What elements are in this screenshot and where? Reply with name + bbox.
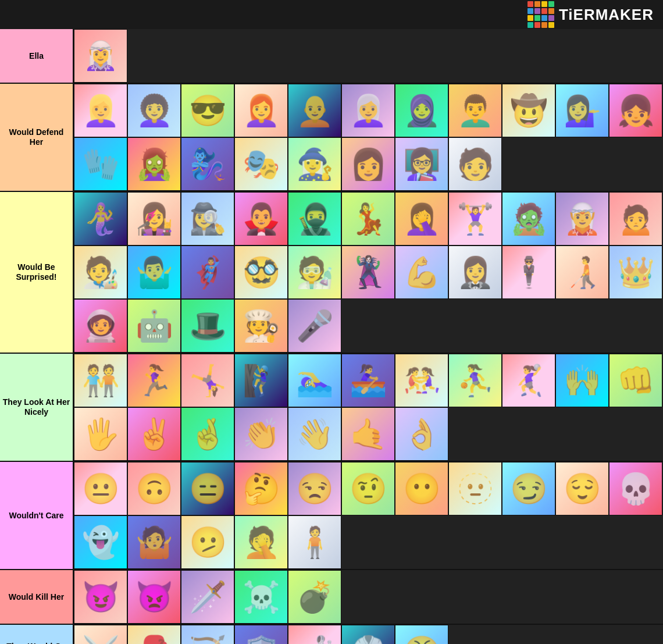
char-cell[interactable]: 👋: [288, 407, 341, 461]
char-cell[interactable]: 🕴️: [502, 245, 555, 299]
char-cell[interactable]: 🤨: [341, 462, 395, 515]
char-cell[interactable]: 😶: [395, 462, 448, 515]
char-cell[interactable]: 🥷: [288, 192, 341, 245]
char-cell[interactable]: ⛹️‍♀️: [448, 354, 502, 407]
char-cell[interactable]: 🤺: [288, 625, 341, 644]
char-cell[interactable]: 👩‍🏫: [395, 137, 448, 191]
logo-cell: [541, 22, 547, 28]
char-image: 🕴️: [502, 246, 555, 298]
char-cell[interactable]: 🫥: [448, 462, 502, 515]
char-cell[interactable]: 🏊‍♀️: [288, 354, 341, 407]
char-cell[interactable]: 👩: [341, 137, 395, 191]
char-cell[interactable]: 🥊: [127, 625, 181, 644]
char-cell[interactable]: 🧕: [395, 84, 448, 137]
char-cell[interactable]: 🏃‍♀️: [127, 354, 181, 407]
char-cell[interactable]: 🖐️: [74, 407, 127, 461]
char-cell[interactable]: 🧑‍🤝‍🧑: [74, 354, 127, 407]
char-cell[interactable]: 😑: [181, 462, 234, 515]
char-cell[interactable]: 🎭: [234, 137, 288, 191]
char-cell[interactable]: 🤷: [127, 515, 181, 569]
char-cell[interactable]: 🧍: [288, 515, 341, 569]
char-cell[interactable]: 🫤: [181, 515, 234, 569]
char-cell[interactable]: 🛡️: [234, 625, 288, 644]
char-cell[interactable]: 🦸‍♂️: [181, 245, 234, 299]
char-cell[interactable]: 👩‍🦰: [234, 84, 288, 137]
char-cell[interactable]: 🧤: [74, 137, 127, 191]
char-cell[interactable]: 🧛‍♂️: [234, 192, 288, 245]
char-cell[interactable]: 🤦‍♀️: [395, 192, 448, 245]
char-cell[interactable]: 🤵‍♀️: [448, 245, 502, 299]
char-cell[interactable]: 👩‍🦱: [127, 84, 181, 137]
char-cell[interactable]: 🏹: [181, 625, 234, 644]
char-cell[interactable]: 💀: [609, 462, 662, 515]
char-cell[interactable]: 🧑‍🔬: [288, 245, 341, 299]
char-cell[interactable]: 🧑‍🚀: [74, 299, 127, 353]
char-cell[interactable]: 💪: [395, 245, 448, 299]
char-cell[interactable]: 🧞‍♀️: [181, 137, 234, 191]
char-cell[interactable]: 👻: [74, 515, 127, 569]
logo-cell: [534, 15, 540, 21]
char-cell[interactable]: 👌: [395, 407, 448, 461]
char-cell[interactable]: 🧑‍🎨: [74, 245, 127, 299]
char-cell[interactable]: 👑: [609, 245, 662, 299]
char-cell[interactable]: 🤾‍♀️: [502, 354, 555, 407]
char-cell[interactable]: 🧟: [502, 192, 555, 245]
char-cell[interactable]: 👿: [127, 570, 181, 624]
char-cell[interactable]: 🤖: [127, 299, 181, 353]
char-cell[interactable]: 🧑‍🦲: [288, 84, 341, 137]
char-cell[interactable]: 👊: [609, 354, 662, 407]
char-cell[interactable]: 🤦: [234, 515, 288, 569]
char-cell[interactable]: 🧗‍♀️: [234, 354, 288, 407]
char-cell[interactable]: 🙃: [127, 462, 181, 515]
char-cell[interactable]: ⚔️: [74, 625, 127, 644]
char-cell[interactable]: 🥋: [341, 625, 395, 644]
char-cell[interactable]: 🤸‍♀️: [181, 354, 234, 407]
char-image: 🫥: [449, 462, 501, 515]
char-cell[interactable]: 👧: [609, 84, 662, 137]
char-cell[interactable]: 💁‍♀️: [555, 84, 609, 137]
char-cell[interactable]: 👩‍🦳: [341, 84, 395, 137]
char-cell[interactable]: 🎩: [181, 299, 234, 353]
char-cell[interactable]: 🤙: [341, 407, 395, 461]
char-cell[interactable]: 😤: [395, 625, 448, 644]
char-image: 🤠: [502, 84, 555, 137]
char-cell[interactable]: 🤠: [502, 84, 555, 137]
char-cell[interactable]: ✌️: [127, 407, 181, 461]
char-cell[interactable]: 🤞: [181, 407, 234, 461]
char-cell[interactable]: 🚣‍♀️: [341, 354, 395, 407]
char-cell[interactable]: 🗡️: [181, 570, 234, 624]
char-cell[interactable]: 👱‍♀️: [74, 84, 127, 137]
char-cell[interactable]: 🦹‍♀️: [341, 245, 395, 299]
char-cell[interactable]: 😎: [181, 84, 234, 137]
char-cell[interactable]: 🏋️‍♀️: [448, 192, 502, 245]
char-cell[interactable]: 🧝‍♀️: [74, 29, 127, 83]
char-cell[interactable]: 😈: [74, 570, 127, 624]
char-cell[interactable]: 🙌: [555, 354, 609, 407]
char-cell[interactable]: 👩‍🎤: [127, 192, 181, 245]
char-cell[interactable]: 😏: [502, 462, 555, 515]
char-cell[interactable]: 💃: [341, 192, 395, 245]
char-cell[interactable]: 🧑‍🦯: [555, 245, 609, 299]
char-cell[interactable]: 👨‍🦱: [448, 84, 502, 137]
logo-cell: [527, 15, 533, 21]
char-cell[interactable]: 🤼‍♀️: [395, 354, 448, 407]
char-cell[interactable]: 🧜‍♀️: [74, 192, 127, 245]
char-cell[interactable]: 🧑: [448, 137, 502, 191]
char-cell[interactable]: 👏: [234, 407, 288, 461]
char-cell[interactable]: 🧟‍♀️: [127, 137, 181, 191]
char-cell[interactable]: 🧑‍🍳: [234, 299, 288, 353]
char-cell[interactable]: 🧝: [555, 192, 609, 245]
char-cell[interactable]: 😐: [74, 462, 127, 515]
char-cell[interactable]: 💣: [288, 570, 341, 624]
char-cell[interactable]: ☠️: [234, 570, 288, 624]
char-cell[interactable]: 🙍: [609, 192, 662, 245]
char-cell[interactable]: 🤷‍♂️: [127, 245, 181, 299]
char-cell[interactable]: 😒: [288, 462, 341, 515]
char-cell[interactable]: 🤔: [234, 462, 288, 515]
char-cell[interactable]: 🕵️‍♀️: [181, 192, 234, 245]
char-cell[interactable]: 😌: [555, 462, 609, 515]
char-image: 🧛‍♂️: [235, 193, 287, 245]
char-cell[interactable]: 🧙‍♀️: [288, 137, 341, 191]
char-cell[interactable]: 🥸: [234, 245, 288, 299]
char-cell[interactable]: 🎤: [288, 299, 341, 353]
